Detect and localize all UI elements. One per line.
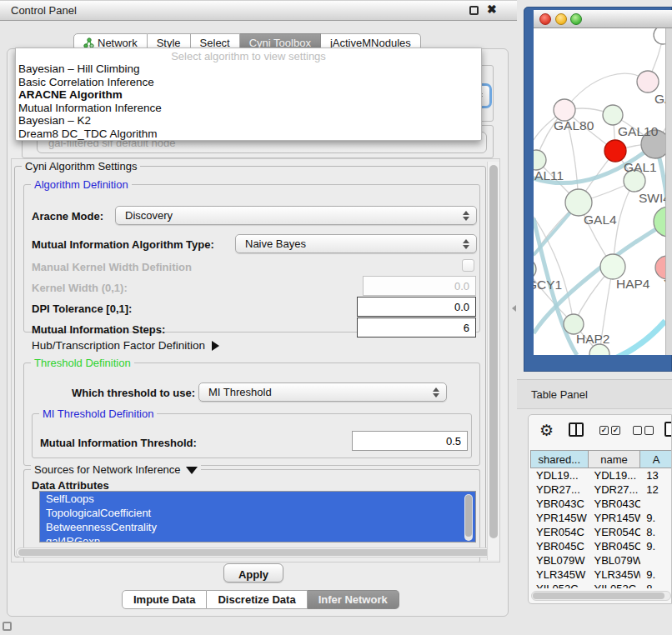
- table-cell[interactable]: YDL19...: [530, 468, 589, 482]
- network-node[interactable]: [654, 207, 665, 237]
- hub-section-toggle[interactable]: Hub/Transcription Factor Definition: [32, 339, 219, 352]
- tab-discretize-data[interactable]: Discretize Data: [207, 590, 307, 609]
- table-column-header[interactable]: name: [589, 450, 641, 468]
- table-cell[interactable]: YPR145W: [530, 511, 589, 525]
- table-cell[interactable]: YBR043C: [530, 497, 589, 511]
- list-scrollbar[interactable]: [464, 494, 473, 541]
- table-cell[interactable]: 9.: [640, 539, 672, 553]
- table-cell[interactable]: YBL079W: [589, 553, 641, 568]
- table-cell[interactable]: YDR27...: [530, 482, 589, 497]
- table-cell[interactable]: YER054C: [589, 525, 641, 539]
- network-edge[interactable]: [564, 73, 648, 110]
- table-row[interactable]: YBL079WYBL079W: [530, 553, 672, 568]
- table-cell[interactable]: YDL19...: [589, 468, 641, 482]
- gear-icon[interactable]: ⚙: [539, 421, 554, 440]
- table-row[interactable]: YER054CYER054C8.: [530, 525, 672, 539]
- popup-item-aracne[interactable]: ARACNE Algorithm: [16, 88, 481, 102]
- table-cell[interactable]: 8.: [640, 525, 672, 539]
- network-node[interactable]: [603, 105, 623, 125]
- table-cell[interactable]: 9.: [640, 568, 672, 582]
- list-item-selfloops[interactable]: SelfLoops: [40, 492, 475, 506]
- table-cell[interactable]: YDR27...: [589, 482, 641, 497]
- deselect-all-checkbox-icon[interactable]: [644, 426, 654, 435]
- table-row[interactable]: YBR045CYBR045C9.: [530, 539, 672, 553]
- table-row[interactable]: YBR043CYBR043C: [530, 497, 672, 511]
- table-cell[interactable]: YBR045C: [589, 539, 641, 553]
- float-panel-icon[interactable]: [469, 6, 479, 15]
- table-cell[interactable]: 13: [640, 468, 672, 482]
- table-cell[interactable]: YBL079W: [530, 553, 589, 568]
- apply-button[interactable]: Apply: [223, 563, 283, 582]
- settings-vertical-scrollbar[interactable]: [487, 162, 499, 560]
- network-node[interactable]: [654, 28, 665, 44]
- table-cell[interactable]: 9.: [640, 511, 672, 525]
- minimize-window-icon[interactable]: [555, 13, 567, 25]
- table-cell[interactable]: YER054C: [530, 525, 589, 539]
- data-attributes-list[interactable]: SelfLoops TopologicalCoefficient Between…: [39, 491, 476, 542]
- settings-horizontal-scrollbar[interactable]: [16, 548, 493, 558]
- which-threshold-combo[interactable]: MI Threshold: [198, 382, 447, 402]
- table-cell[interactable]: 8: [640, 582, 672, 588]
- table-row[interactable]: YIL052CYIL052C8: [530, 582, 672, 588]
- deselect-all-checkbox-icon[interactable]: [633, 426, 642, 435]
- mi-steps-field[interactable]: 6: [357, 318, 476, 338]
- network-node[interactable]: [534, 150, 546, 170]
- popup-item-mutual-information[interactable]: Mutual Information Inference: [16, 102, 481, 115]
- network-window-titlebar[interactable]: [534, 10, 672, 28]
- table-row[interactable]: YLR345WYLR345W9.: [530, 568, 672, 582]
- network-node[interactable]: [604, 140, 626, 162]
- window-grip-icon[interactable]: [3, 622, 12, 631]
- split-divider-arrow-icon[interactable]: [512, 305, 516, 312]
- network-window[interactable]: GALGAL80GAL10GAL1GAL11SWI4GAL4GCY1HAP4YH…: [524, 7, 672, 372]
- table-column-header[interactable]: A: [640, 450, 672, 468]
- network-edge[interactable]: [615, 321, 665, 355]
- network-node[interactable]: [655, 256, 665, 279]
- table-row[interactable]: YPR145WYPR145W9.: [530, 511, 672, 525]
- select-all-checkbox-icon[interactable]: ✓: [611, 426, 620, 435]
- mi-threshold-field[interactable]: 0.5: [352, 431, 468, 451]
- table-row[interactable]: YDL19...YDL19...13: [530, 468, 672, 482]
- function-builder-icon[interactable]: [664, 422, 672, 437]
- list-item-betweennesscentrality[interactable]: BetweennessCentrality: [40, 520, 475, 534]
- list-item-gal4rgexp[interactable]: gal4RGexp: [40, 534, 475, 542]
- aracne-mode-combo[interactable]: Discovery: [115, 206, 477, 225]
- sources-group-title[interactable]: Sources for Network Inference: [31, 463, 201, 476]
- network-right-scrollbar[interactable]: [665, 28, 672, 355]
- network-canvas[interactable]: GALGAL80GAL10GAL1GAL11SWI4GAL4GCY1HAP4YH…: [534, 28, 665, 355]
- table-column-header[interactable]: shared...: [530, 450, 589, 468]
- table-cell[interactable]: YBR045C: [530, 539, 589, 553]
- node-label: GCY1: [534, 278, 562, 292]
- kernel-width-field[interactable]: 0.0: [363, 276, 476, 296]
- table-cell[interactable]: YIL052C: [589, 582, 641, 588]
- network-node[interactable]: [637, 71, 659, 92]
- table-row[interactable]: YDR27...YDR27...12: [530, 482, 672, 497]
- table-cell[interactable]: [640, 497, 672, 511]
- select-all-checkbox-icon[interactable]: ✓: [599, 426, 609, 435]
- table-cell[interactable]: 12: [640, 482, 672, 497]
- manual-kernel-checkbox[interactable]: [462, 259, 474, 272]
- popup-item-dream8[interactable]: Dream8 DC_TDC Algorithm: [16, 128, 481, 141]
- mi-threshold-label: Mutual Information Threshold:: [40, 437, 197, 449]
- table-cell[interactable]: YIL052C: [530, 582, 589, 588]
- dpi-tolerance-field[interactable]: 0.0: [357, 297, 476, 317]
- mi-type-label: Mutual Information Algorithm Type:: [32, 238, 214, 251]
- table-cell[interactable]: YLR345W: [589, 568, 641, 582]
- table-cell[interactable]: [640, 553, 672, 568]
- network-node[interactable]: [534, 259, 536, 279]
- zoom-window-icon[interactable]: [570, 13, 582, 25]
- list-item-topologicalcoefficient[interactable]: TopologicalCoefficient: [40, 506, 475, 520]
- table-cell[interactable]: YLR345W: [530, 568, 589, 582]
- table-horizontal-scrollbar[interactable]: [531, 591, 671, 601]
- table-cell[interactable]: YPR145W: [589, 511, 641, 525]
- table-cell[interactable]: YBR043C: [589, 497, 641, 511]
- popup-item-basic-correlation[interactable]: Basic Correlation Inference: [16, 76, 481, 89]
- tab-impute-data[interactable]: Impute Data: [122, 590, 207, 609]
- tab-infer-network[interactable]: Infer Network: [308, 590, 399, 609]
- popup-item-bayesian-hill-climbing[interactable]: Bayesian – Hill Climbing: [16, 62, 481, 76]
- popup-item-bayesian-k2[interactable]: Bayesian – K2: [16, 114, 481, 128]
- network-node[interactable]: [600, 254, 625, 279]
- columns-icon[interactable]: [569, 422, 584, 437]
- mi-type-combo[interactable]: Naive Bayes: [235, 234, 477, 253]
- close-window-icon[interactable]: [539, 13, 551, 25]
- close-panel-icon[interactable]: ✖: [487, 2, 497, 16]
